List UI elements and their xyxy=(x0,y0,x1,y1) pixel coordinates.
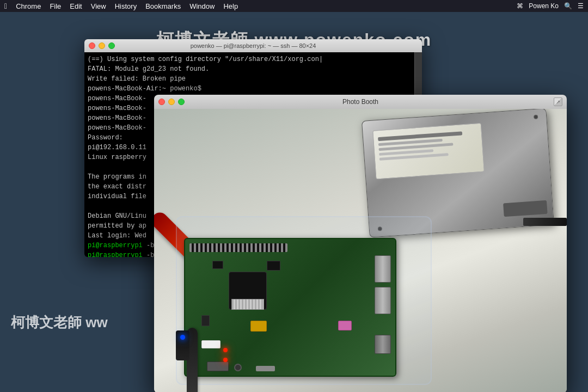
menubar:  Chrome File Edit View History Bookmark… xyxy=(0,0,588,12)
terminal-title: powenko — pi@raspberrypi: ~ — ssh — 80×2… xyxy=(191,42,316,49)
close-button[interactable] xyxy=(89,42,95,49)
blue-led-device xyxy=(176,330,189,360)
apple-menu[interactable]:  xyxy=(4,2,7,10)
desktop: 柯博文老師 www.powenko.com www.weibo.com/powe… xyxy=(0,12,588,392)
photobooth-maximize-button[interactable] xyxy=(178,99,185,105)
yellow-element xyxy=(250,321,267,332)
right-cable xyxy=(523,218,567,226)
pink-element xyxy=(338,321,352,330)
terminal-titlebar: powenko — pi@raspberrypi: ~ — ssh — 80×2… xyxy=(84,39,422,52)
menu-help[interactable]: Help xyxy=(223,2,238,10)
menu-history[interactable]: History xyxy=(115,2,137,10)
user-name: Powen Ko xyxy=(529,2,559,10)
photobooth-expand-button[interactable]: ↗ xyxy=(554,97,562,106)
terminal-line-3: Write failed: Broken pipe xyxy=(88,74,419,84)
menu-view[interactable]: View xyxy=(91,2,106,10)
search-icon[interactable]: 🔍 xyxy=(564,2,572,10)
photobooth-window[interactable]: Photo Booth ↗ xyxy=(154,95,567,392)
photobooth-close-button[interactable] xyxy=(158,99,165,105)
menu-edit[interactable]: Edit xyxy=(70,2,82,10)
minimize-button[interactable] xyxy=(99,42,105,49)
maximize-button[interactable] xyxy=(108,42,115,49)
terminal-line-2: FATAL: Module g2d_23 not found. xyxy=(88,64,419,74)
menu-file[interactable]: File xyxy=(50,2,61,10)
watermark-bottom: 柯博文老師 ww xyxy=(0,313,163,332)
photobooth-title: Photo Booth xyxy=(342,98,378,106)
led-red-2 xyxy=(223,358,228,362)
wifi-icon: ⌘ xyxy=(517,2,523,10)
terminal-line-1: (==) Using system config directory "/usr… xyxy=(88,54,419,64)
led-red-1 xyxy=(223,348,228,352)
menu-chrome[interactable]: Chrome xyxy=(16,2,41,10)
menubar-right: ⌘ Powen Ko 🔍 ☰ xyxy=(517,2,584,10)
menu-bookmarks[interactable]: Bookmarks xyxy=(145,2,181,10)
photobooth-titlebar: Photo Booth ↗ xyxy=(154,95,567,109)
white-connector xyxy=(201,340,220,348)
rpi-photo xyxy=(154,109,567,392)
terminal-line-4: powens-MacBook-Air:~ powenko$ xyxy=(88,84,419,94)
menu-window[interactable]: Window xyxy=(189,2,215,10)
menu-extras-icon[interactable]: ☰ xyxy=(578,2,584,10)
photobooth-minimize-button[interactable] xyxy=(168,99,175,105)
photobooth-content xyxy=(154,109,567,392)
rpi-board xyxy=(184,238,396,377)
